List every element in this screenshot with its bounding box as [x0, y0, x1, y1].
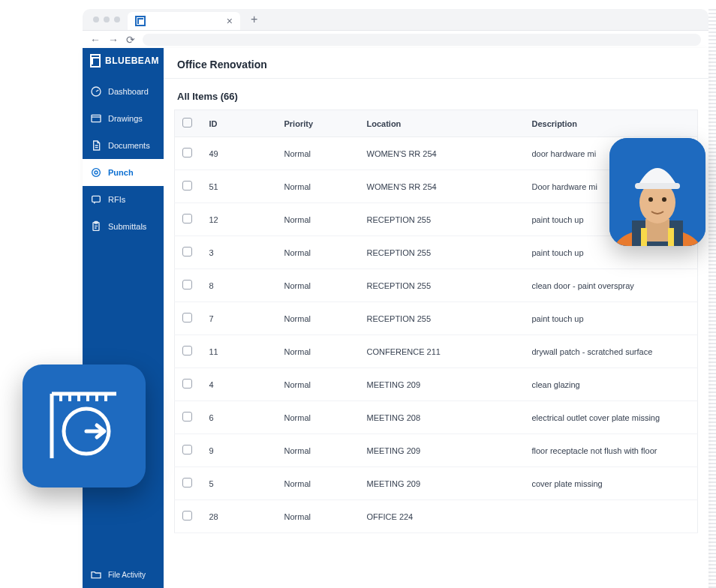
row-checkbox[interactable]	[182, 247, 192, 256]
table-row[interactable]: 7NormalRECEPTION 255paint touch up	[175, 302, 698, 335]
back-button[interactable]: ←	[90, 34, 101, 46]
document-icon	[90, 140, 102, 152]
sidebar-item-punch[interactable]: Punch	[83, 159, 164, 186]
worker-avatar-icon	[609, 138, 705, 246]
row-description: electrical outlet cover plate missing	[525, 401, 698, 434]
sidebar-item-rfis[interactable]: RFIs	[83, 186, 164, 213]
sidebar-item-label: Documents	[108, 141, 150, 150]
row-location: CONFERENCE 211	[360, 335, 525, 368]
punch-icon	[90, 166, 102, 178]
svg-point-2	[92, 169, 101, 177]
row-checkbox-cell	[175, 203, 202, 236]
row-location: RECEPTION 255	[360, 302, 525, 335]
sidebar-item-label: Drawings	[108, 114, 143, 123]
svg-rect-12	[635, 183, 680, 189]
row-checkbox[interactable]	[182, 346, 192, 356]
row-checkbox[interactable]	[182, 181, 192, 190]
table-row[interactable]: 5NormalMEETING 209cover plate missing	[175, 467, 698, 500]
row-checkbox[interactable]	[182, 445, 192, 454]
sidebar-item-drawings[interactable]: Drawings	[83, 105, 164, 132]
row-checkbox[interactable]	[182, 214, 192, 224]
sidebar-item-submittals[interactable]: Submittals	[83, 213, 164, 240]
browser-tab[interactable]: ×	[128, 12, 240, 30]
table-row[interactable]: 11NormalCONFERENCE 211drywall patch - sc…	[175, 335, 698, 368]
svg-rect-1	[92, 115, 101, 122]
row-priority: Normal	[277, 203, 360, 236]
row-id: 8	[202, 269, 277, 302]
select-all-checkbox[interactable]	[182, 118, 192, 128]
row-id: 51	[202, 170, 277, 203]
row-checkbox-cell	[175, 236, 202, 269]
row-priority: Normal	[277, 170, 360, 203]
row-id: 9	[202, 434, 277, 467]
col-header-description[interactable]: Description	[525, 110, 698, 137]
table-row[interactable]: 6NormalMEETING 208electrical outlet cove…	[175, 401, 698, 434]
row-id: 7	[202, 302, 277, 335]
nav-list: Dashboard Drawings Documents Punch	[83, 78, 164, 240]
row-checkbox-cell	[175, 269, 202, 302]
main-content: Office Renovation All Items (66) ID Prio…	[164, 48, 708, 588]
row-location: MEETING 209	[360, 434, 525, 467]
row-priority: Normal	[277, 401, 360, 434]
svg-rect-15	[641, 228, 647, 246]
row-checkbox-cell	[175, 137, 202, 170]
row-checkbox[interactable]	[182, 412, 192, 422]
row-checkbox[interactable]	[182, 313, 192, 322]
sidebar-item-file-activity[interactable]: File Activity	[83, 561, 164, 588]
row-checkbox-cell	[175, 302, 202, 335]
col-header-location[interactable]: Location	[360, 110, 525, 137]
row-description: floor receptacle not flush with floor	[525, 434, 698, 467]
clipboard-icon	[90, 220, 102, 232]
sidebar-item-label: Dashboard	[108, 87, 149, 96]
folder-icon	[90, 568, 102, 580]
address-bar[interactable]	[143, 34, 701, 46]
col-header-id[interactable]: ID	[202, 110, 277, 137]
forward-button[interactable]: →	[108, 34, 119, 46]
row-checkbox-cell	[175, 170, 202, 203]
row-checkbox-cell	[175, 401, 202, 434]
row-priority: Normal	[277, 236, 360, 269]
browser-chrome: × + ← → ⟳	[83, 9, 708, 48]
sidebar-item-dashboard[interactable]: Dashboard	[83, 78, 164, 105]
row-checkbox[interactable]	[182, 379, 192, 388]
row-id: 49	[202, 137, 277, 170]
new-tab-button[interactable]: +	[246, 13, 262, 26]
table-row[interactable]: 4NormalMEETING 209clean glazing	[175, 368, 698, 401]
row-description	[525, 500, 698, 533]
svg-point-3	[95, 171, 98, 174]
reload-button[interactable]: ⟳	[126, 34, 135, 46]
drawings-icon	[90, 112, 102, 124]
sidebar-item-documents[interactable]: Documents	[83, 132, 164, 159]
close-tab-icon[interactable]: ×	[227, 15, 233, 27]
row-checkbox-cell	[175, 500, 202, 533]
col-header-priority[interactable]: Priority	[277, 110, 360, 137]
row-description: cover plate missing	[525, 467, 698, 500]
row-checkbox[interactable]	[182, 478, 192, 488]
items-count: All Items (66)	[164, 79, 708, 110]
row-priority: Normal	[277, 302, 360, 335]
window-controls[interactable]	[93, 16, 120, 22]
row-checkbox-cell	[175, 368, 202, 401]
row-location: OFFICE 224	[360, 500, 525, 533]
row-location: MEETING 209	[360, 467, 525, 500]
row-location: MEETING 209	[360, 368, 525, 401]
row-priority: Normal	[277, 434, 360, 467]
sidebar-item-label: RFIs	[108, 195, 125, 204]
row-checkbox[interactable]	[182, 511, 192, 520]
row-id: 28	[202, 500, 277, 533]
table-row[interactable]: 8NormalRECEPTION 255clean door - paint o…	[175, 269, 698, 302]
row-priority: Normal	[277, 500, 360, 533]
table-row[interactable]: 28NormalOFFICE 224	[175, 500, 698, 533]
brand-logo[interactable]: BLUEBEAM	[83, 48, 164, 74]
row-checkbox-cell	[175, 467, 202, 500]
table-row[interactable]: 9NormalMEETING 209floor receptacle not f…	[175, 434, 698, 467]
row-id: 6	[202, 401, 277, 434]
row-location: RECEPTION 255	[360, 203, 525, 236]
sidebar-item-label: File Activity	[108, 571, 146, 579]
row-checkbox[interactable]	[182, 148, 192, 158]
row-location: WOMEN'S RR 254	[360, 170, 525, 203]
row-id: 3	[202, 236, 277, 269]
row-checkbox-cell	[175, 434, 202, 467]
row-id: 11	[202, 335, 277, 368]
row-checkbox[interactable]	[182, 280, 192, 290]
